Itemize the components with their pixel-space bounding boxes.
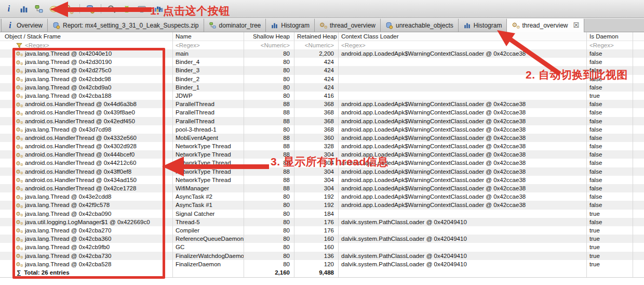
thread-overview-icon[interactable]: ⚙⚙ (64, 5, 74, 14)
table-row[interactable]: ⚙⚙java.util.logging.LogManager$1 @ 0x422… (0, 218, 644, 226)
cell-shallow-heap: 88 (244, 150, 294, 159)
cell-is-daemon: false (587, 192, 633, 201)
table-row[interactable]: ⚙⚙android.os.HandlerThread @ 0x42edf450P… (0, 117, 644, 125)
table-row[interactable]: ⚙⚙java.lang.Thread @ 0x42cba360Reference… (0, 235, 644, 243)
android-icon[interactable] (122, 5, 131, 14)
tab-report[interactable]: Report: mx4_setting_3_31_0_Leak_Suspects… (48, 19, 204, 32)
tab-thread-overview-1[interactable]: ⚙⚙thread_overview (315, 19, 381, 32)
table-row[interactable]: ⚙⚙android.os.HandlerThread @ 0x4332e560M… (0, 134, 644, 142)
cell-text: dalvik.system.PathClassLoader @ 0x420494… (341, 219, 467, 225)
cell-is-daemon: false (587, 100, 633, 108)
filter-icon (16, 42, 23, 49)
mini-histogram-icon[interactable] (155, 4, 165, 13)
cell-text: java.lang.Thread @ 0x42cba360 (25, 236, 111, 242)
histogram-icon[interactable] (19, 5, 29, 14)
tab-label: Report: mx4_setting_3_31_0_Leak_Suspects… (63, 22, 199, 29)
cell-retained-heap: 304 (294, 184, 339, 192)
cell-is-daemon: false (587, 176, 633, 184)
cell-text: NetworkType Thread (176, 160, 231, 166)
column-name-filter[interactable]: <Regex> (173, 41, 244, 49)
cell-text: NetworkType Thread (176, 169, 231, 175)
oql-icon[interactable]: OQL (49, 5, 59, 14)
cell-shallow-heap: 88 (244, 117, 294, 125)
table-row[interactable]: ⚙⚙android.os.HandlerThread @ 0x444bcef0N… (0, 150, 644, 159)
cell-retained-heap: 424 (294, 58, 339, 66)
cell-object-stack-frame: ⚙⚙android.os.HandlerThread @ 0x42ce1728 (0, 184, 173, 192)
info-icon[interactable]: i (4, 5, 14, 14)
filler-cell (633, 150, 644, 159)
column-object-stack-frame-filter[interactable]: <Regex> (0, 41, 173, 49)
tab-unreachable-objects[interactable]: unreachable_objects (381, 19, 459, 32)
cell-shallow-heap: 80 (244, 49, 294, 58)
table-row[interactable]: ⚙⚙android.os.HandlerThread @ 0x439f8ae0P… (0, 108, 644, 116)
table-filter-row: <Regex><Regex><Numeric><Numeric><Regex><… (0, 41, 644, 49)
table-row[interactable]: ⚙⚙java.lang.Thread @ 0x42cba528Finalizer… (0, 260, 644, 268)
cell-text: java.lang.Thread @ 0x42cba730 (25, 253, 111, 259)
cell-is-daemon: false (587, 83, 633, 92)
heap-dump-icon[interactable] (86, 5, 95, 14)
cell-shallow-heap: 80 (244, 75, 294, 83)
cell-text: true (589, 93, 600, 99)
db-icon (52, 22, 60, 29)
table-row[interactable]: ⚙⚙java.lang.Thread @ 0x42cba730Finalizer… (0, 252, 644, 260)
cell-name: NetworkType Thread (173, 167, 244, 176)
table-row[interactable]: ⚙⚙android.os.HandlerThread @ 0x44d6a3b8P… (0, 100, 644, 108)
cell-shallow-heap: 88 (244, 108, 294, 116)
column-retained-heap-filter[interactable]: <Numeric> (294, 41, 339, 49)
cell-name: ParallelThread (173, 100, 244, 108)
column-context-class-loader-filter[interactable]: <Regex> (339, 41, 587, 49)
table-row[interactable]: ⚙⚙java.lang.Thread @ 0x42d275c0Binder_38… (0, 66, 644, 74)
cell-retained-heap: 176 (294, 226, 339, 235)
cell-text: false (589, 135, 602, 141)
column-is-daemon-filter[interactable]: <Regex> (587, 41, 633, 49)
cell-retained-heap: 120 (294, 260, 339, 268)
search-icon[interactable] (107, 5, 116, 14)
cell-text: java.lang.Thread @ 0x42cba090 (25, 211, 111, 217)
table-row[interactable]: ⚙⚙android.os.HandlerThread @ 0x44212c60N… (0, 159, 644, 167)
table-row[interactable]: ⚙⚙java.lang.Thread @ 0x43e2cdd8AsyncTask… (0, 192, 644, 201)
column-shallow-heap-header[interactable]: Shallow Heap (244, 32, 294, 41)
cell-is-daemon: false (587, 184, 633, 192)
cell-text: MobEventAgent (176, 135, 218, 141)
tab-thread-overview-active[interactable]: ⚙⚙thread_overview☒ (507, 19, 584, 32)
dominator-tree-icon[interactable] (34, 5, 44, 14)
tab-histogram-1[interactable]: Histogram (266, 19, 315, 32)
cell-context-class-loader (339, 92, 587, 100)
cell-text: android.os.HandlerThread @ 0x444bcef0 (25, 151, 135, 158)
table-row[interactable]: ⚙⚙android.os.HandlerThread @ 0x43ff0ef8N… (0, 167, 644, 176)
column-name-header[interactable]: Name (173, 32, 244, 41)
table-row[interactable]: ⚙⚙java.lang.Thread @ 0x42cba090Signal Ca… (0, 210, 644, 218)
close-icon[interactable]: ☒ (573, 22, 580, 29)
table-row[interactable]: ⚙⚙java.lang.Thread @ 0x42cba270Compiler8… (0, 226, 644, 235)
filler-cell (633, 125, 644, 134)
cell-name: GC (173, 243, 244, 251)
table-row[interactable]: ⚙⚙java.lang.Thread @ 0x42cbd9a0Binder_18… (0, 83, 644, 92)
table-row[interactable]: ⚙⚙java.lang.Thread @ 0x42cbdc98Binder_28… (0, 75, 644, 83)
tab-overview[interactable]: iOverview (1, 19, 48, 32)
table-row[interactable]: ⚙⚙java.lang.Thread @ 0x42cba188JDWP80416… (0, 92, 644, 100)
cell-text: 80 (283, 67, 290, 73)
monitor-icon[interactable] (137, 5, 146, 14)
cell-text: 416 (324, 93, 334, 99)
cell-object-stack-frame: ⚙⚙java.lang.Thread @ 0x42cba090 (0, 210, 173, 218)
tab-bar: iOverviewReport: mx4_setting_3_31_0_Leak… (0, 19, 644, 32)
cell-shallow-heap: 80 (244, 201, 294, 209)
column-shallow-heap-filter[interactable]: <Numeric> (244, 41, 294, 49)
table-row[interactable]: ⚙⚙java.lang.Thread @ 0x42f9c578AsyncTask… (0, 201, 644, 209)
tab-histogram-2[interactable]: Histogram (459, 19, 507, 32)
column-context-class-loader-header[interactable]: Context Class Loader (339, 32, 587, 41)
table-row[interactable]: ⚙⚙android.os.HandlerThread @ 0x42ce1728W… (0, 184, 644, 192)
table-row[interactable]: ⚙⚙java.lang.Thread @ 0x43d7cd98pool-3-th… (0, 125, 644, 134)
table-row[interactable]: ⚙⚙android.os.HandlerThread @ 0x434ad150N… (0, 176, 644, 184)
cell-retained-heap: 192 (294, 192, 339, 201)
column-retained-heap-header[interactable]: Retained Heap (294, 32, 339, 41)
column-object-stack-frame-header[interactable]: Object / Stack Frame (0, 32, 173, 41)
tab-dominator-tree[interactable]: dominator_tree (204, 19, 266, 32)
cell-name: ParallelThread (173, 117, 244, 125)
cell-object-stack-frame: ⚙⚙java.lang.Thread @ 0x42040e10 (0, 49, 173, 58)
table-row[interactable]: ⚙⚙android.os.HandlerThread @ 0x4302d928N… (0, 142, 644, 150)
table-row[interactable]: ⚙⚙java.lang.Thread @ 0x42d30190Binder_48… (0, 58, 644, 66)
table-row[interactable]: ⚙⚙java.lang.Thread @ 0x42cb9fb0GC80160tr… (0, 243, 644, 251)
column-is-daemon-header[interactable]: Is Daemon (587, 32, 633, 41)
table-row[interactable]: ⚙⚙java.lang.Thread @ 0x42040e10main802,2… (0, 49, 644, 58)
